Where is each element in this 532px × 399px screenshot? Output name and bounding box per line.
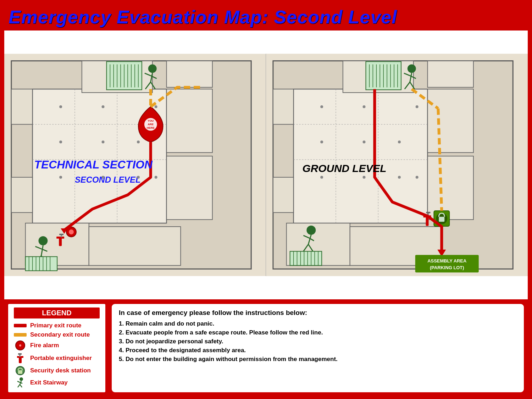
bottom-section: LEGEND Primary exit route Secondary exit bbox=[3, 299, 529, 396]
legend-item-secondary: Secondary exit route bbox=[14, 331, 100, 338]
legend-box: LEGEND Primary exit route Secondary exit bbox=[7, 303, 106, 393]
svg-line-153 bbox=[20, 384, 22, 387]
svg-text:YOU: YOU bbox=[148, 119, 154, 122]
svg-rect-146 bbox=[18, 353, 22, 355]
svg-point-96 bbox=[408, 65, 416, 73]
legend-item-stairway: Exit Stairway bbox=[14, 377, 100, 388]
red-line-icon bbox=[14, 324, 27, 327]
stairway-icon-wrapper bbox=[14, 377, 27, 388]
svg-point-131 bbox=[398, 140, 401, 143]
instructions-title: In case of emergency please follow the i… bbox=[119, 309, 517, 317]
svg-point-135 bbox=[416, 105, 419, 108]
legend-item-security: Security desk station bbox=[14, 366, 100, 375]
fire-alarm-icon bbox=[15, 340, 25, 350]
svg-rect-85 bbox=[273, 177, 294, 212]
svg-rect-123 bbox=[439, 217, 444, 222]
svg-point-62 bbox=[59, 140, 62, 143]
floor-plan-svg: YOU ARE HERE TECHNICAL SECTION SECOND LE… bbox=[4, 31, 528, 299]
svg-point-130 bbox=[363, 140, 366, 143]
svg-rect-50 bbox=[59, 234, 63, 235]
svg-rect-120 bbox=[426, 212, 431, 213]
legend-title: LEGEND bbox=[14, 307, 100, 318]
orange-line-icon bbox=[14, 333, 27, 337]
svg-point-128 bbox=[363, 105, 366, 108]
svg-rect-11 bbox=[167, 156, 212, 220]
legend-item-primary: Primary exit route bbox=[14, 322, 100, 329]
outer-border: Emergency Evacuation Map: Second Level bbox=[0, 0, 532, 399]
legend-item-extinguisher: Portable extinguisher bbox=[14, 353, 100, 364]
svg-point-133 bbox=[363, 176, 366, 179]
svg-rect-84 bbox=[273, 89, 294, 124]
svg-point-142 bbox=[19, 344, 21, 347]
svg-point-31 bbox=[38, 236, 48, 245]
stairway-icon bbox=[15, 377, 26, 388]
svg-text:TECHNICAL SECTION: TECHNICAL SECTION bbox=[34, 158, 153, 171]
security-symbol bbox=[17, 367, 23, 374]
svg-text:SECOND LEVEL: SECOND LEVEL bbox=[75, 175, 141, 184]
svg-point-102 bbox=[306, 226, 316, 235]
instruction-1: 1. Remain calm and do not panic. bbox=[119, 320, 517, 327]
svg-rect-73 bbox=[294, 89, 428, 223]
svg-point-64 bbox=[137, 140, 140, 143]
svg-point-63 bbox=[102, 140, 105, 143]
svg-rect-108 bbox=[290, 251, 322, 266]
svg-rect-12 bbox=[167, 61, 212, 88]
svg-text:ARE: ARE bbox=[148, 123, 154, 126]
primary-route-label: Primary exit route bbox=[30, 322, 82, 329]
svg-point-46 bbox=[69, 229, 74, 234]
svg-point-65 bbox=[59, 176, 62, 179]
svg-point-61 bbox=[102, 105, 105, 108]
extinguisher-icon-wrapper bbox=[14, 353, 27, 364]
svg-point-136 bbox=[416, 176, 419, 179]
svg-rect-147 bbox=[18, 370, 22, 374]
security-label: Security desk station bbox=[30, 367, 91, 374]
instructions-box: In case of emergency please follow the i… bbox=[111, 303, 525, 393]
instruction-2: 2. Evacuate people from a safe escape ro… bbox=[119, 329, 517, 336]
fire-alarm-label: Fire alarm bbox=[30, 342, 59, 349]
instruction-3: 3. Do not jeopardize personal safety. bbox=[119, 338, 517, 345]
stairway-label: Exit Stairway bbox=[30, 379, 68, 386]
svg-rect-83 bbox=[428, 61, 473, 88]
svg-point-148 bbox=[20, 377, 23, 381]
svg-point-68 bbox=[155, 105, 157, 108]
svg-text:GROUND LEVEL: GROUND LEVEL bbox=[302, 162, 386, 174]
fire-alarm-icon-wrapper bbox=[14, 340, 27, 350]
security-icon-wrapper bbox=[14, 366, 27, 375]
extinguisher-icon bbox=[15, 353, 25, 364]
svg-rect-9 bbox=[89, 227, 181, 265]
svg-rect-10 bbox=[167, 89, 212, 153]
security-desk-icon bbox=[16, 366, 25, 375]
svg-text:ASSEMBLY AREA: ASSEMBLY AREA bbox=[427, 258, 466, 264]
legend-items: Primary exit route Secondary exit route bbox=[14, 322, 100, 388]
svg-rect-48 bbox=[56, 237, 64, 239]
svg-point-69 bbox=[155, 176, 157, 179]
svg-point-127 bbox=[320, 105, 323, 108]
svg-point-132 bbox=[320, 176, 323, 179]
primary-route-icon bbox=[14, 324, 27, 327]
svg-point-67 bbox=[137, 176, 140, 179]
svg-rect-81 bbox=[428, 89, 473, 153]
svg-point-60 bbox=[59, 105, 62, 108]
svg-text:HERE: HERE bbox=[147, 126, 155, 129]
map-section: YOU ARE HERE TECHNICAL SECTION SECOND LE… bbox=[4, 31, 528, 299]
secondary-route-icon bbox=[14, 333, 27, 337]
extinguisher-label: Portable extinguisher bbox=[30, 355, 92, 362]
svg-point-66 bbox=[102, 176, 105, 179]
svg-point-129 bbox=[320, 140, 323, 143]
legend-item-fire-alarm: Fire alarm bbox=[14, 340, 100, 350]
main-container: Emergency Evacuation Map: Second Level bbox=[3, 3, 529, 396]
svg-rect-2 bbox=[33, 89, 167, 223]
secondary-route-label: Secondary exit route bbox=[30, 331, 90, 338]
title-bar: Emergency Evacuation Map: Second Level bbox=[3, 3, 529, 31]
svg-rect-37 bbox=[26, 257, 57, 271]
instructions-list: 1. Remain calm and do not panic. 2. Evac… bbox=[119, 320, 517, 363]
svg-line-150 bbox=[17, 381, 20, 382]
instruction-5: 5. Do not enter the building again witho… bbox=[119, 356, 517, 363]
svg-text:(PARKING LOT): (PARKING LOT) bbox=[430, 265, 464, 270]
svg-line-152 bbox=[18, 384, 20, 387]
svg-point-134 bbox=[398, 176, 401, 179]
svg-point-25 bbox=[148, 65, 157, 73]
svg-rect-13 bbox=[11, 89, 33, 124]
alarm-symbol bbox=[18, 343, 23, 348]
instruction-4: 4. Proceed to the designated assembly ar… bbox=[119, 347, 517, 354]
